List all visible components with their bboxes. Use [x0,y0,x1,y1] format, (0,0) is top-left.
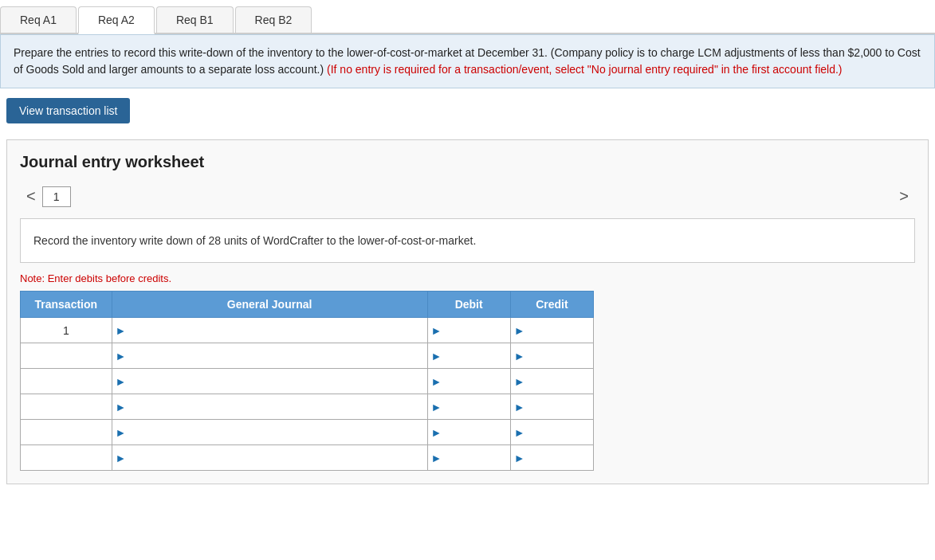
arrow-icon-c-4: ► [511,401,528,413]
instruction-box: Prepare the entries to record this write… [0,34,935,88]
arrow-icon-c-2: ► [511,350,528,362]
arrow-icon-c-5: ► [511,426,528,439]
general-journal-input-5[interactable] [129,421,426,444]
debit-input-5[interactable] [445,421,509,444]
arrow-icon-gj-5: ► [112,426,130,439]
arrow-icon-d-2: ► [428,350,446,362]
credit-input-4[interactable] [528,395,593,419]
debit-cell-5[interactable]: ► [427,420,510,445]
credit-input-5[interactable] [528,421,593,444]
worksheet-tab-nav: < 1 > [20,184,915,209]
table-row: ► ► ► [21,343,594,369]
tab-req-a1[interactable]: Req A1 [0,6,77,33]
general-journal-cell-5[interactable]: ► [112,420,427,445]
worksheet-current-page: 1 [42,186,71,207]
worksheet-container: Journal entry worksheet < 1 > Record the… [6,139,929,484]
transaction-cell-4 [21,394,112,420]
arrow-icon-d-5: ► [428,426,446,439]
transaction-cell-2 [21,343,112,369]
debit-input-2[interactable] [445,344,509,368]
debit-cell-2[interactable]: ► [427,343,510,369]
worksheet-nav-right[interactable]: > [893,184,915,209]
credit-cell-6[interactable]: ► [510,445,593,471]
debit-input-3[interactable] [445,370,509,394]
debit-cell-6[interactable]: ► [427,445,510,471]
journal-table: Transaction General Journal Debit Credit… [20,291,594,471]
arrow-icon-d-3: ► [428,375,446,388]
view-transaction-button[interactable]: View transaction list [6,98,130,123]
transaction-cell-1: 1 [21,318,112,343]
credit-cell-2[interactable]: ► [510,343,593,369]
col-header-general-journal: General Journal [112,292,427,318]
general-journal-cell-2[interactable]: ► [112,343,427,369]
worksheet-nav-left[interactable]: < [20,184,42,209]
arrow-icon-c-3: ► [511,375,528,388]
arrow-icon-gj-1: ► [112,324,130,337]
debit-cell-3[interactable]: ► [427,369,510,394]
transaction-cell-6 [21,445,112,471]
arrow-icon-d-1: ► [428,324,446,337]
general-journal-cell-6[interactable]: ► [112,445,427,471]
tab-bar: Req A1 Req A2 Req B1 Req B2 [0,0,935,34]
credit-cell-1[interactable]: ► [510,318,593,343]
credit-cell-3[interactable]: ► [510,369,593,394]
arrow-icon-gj-6: ► [112,452,130,464]
record-description: Record the inventory write down of 28 un… [20,218,915,263]
debit-input-6[interactable] [445,446,509,470]
general-journal-input-3[interactable] [129,370,426,394]
transaction-cell-5 [21,420,112,445]
table-row: 1 ► ► ► [21,318,594,343]
general-journal-input-4[interactable] [129,395,426,419]
debit-cell-4[interactable]: ► [427,394,510,420]
credit-input-3[interactable] [528,370,593,394]
table-row: ► ► ► [21,394,594,420]
credit-input-1[interactable] [528,319,593,343]
col-header-transaction: Transaction [21,292,112,318]
arrow-icon-c-1: ► [511,324,528,337]
col-header-credit: Credit [510,292,593,318]
general-journal-input-1[interactable] [129,319,426,343]
arrow-icon-d-4: ► [428,401,446,413]
credit-input-6[interactable] [528,446,593,470]
credit-cell-4[interactable]: ► [510,394,593,420]
credit-input-2[interactable] [528,344,593,368]
arrow-icon-d-6: ► [428,452,446,464]
table-row: ► ► ► [21,420,594,445]
tab-req-b2[interactable]: Req B2 [235,6,312,33]
table-row: ► ► ► [21,369,594,394]
credit-cell-5[interactable]: ► [510,420,593,445]
arrow-icon-gj-4: ► [112,401,130,413]
general-journal-cell-3[interactable]: ► [112,369,427,394]
general-journal-cell-4[interactable]: ► [112,394,427,420]
arrow-icon-gj-3: ► [112,375,130,388]
arrow-icon-c-6: ► [511,452,528,464]
instruction-red-text: (If no entry is required for a transacti… [324,63,842,76]
general-journal-input-2[interactable] [129,344,426,368]
transaction-cell-3 [21,369,112,394]
debit-input-4[interactable] [445,395,509,419]
table-row: ► ► ► [21,445,594,471]
general-journal-input-6[interactable] [129,446,426,470]
tab-req-b1[interactable]: Req B1 [156,6,234,33]
debit-cell-1[interactable]: ► [427,318,510,343]
debit-input-1[interactable] [445,319,509,343]
general-journal-cell-1[interactable]: ► [112,318,427,343]
note-text: Note: Enter debits before credits. [20,272,915,284]
worksheet-title: Journal entry worksheet [20,153,915,171]
tab-req-a2[interactable]: Req A2 [78,6,155,34]
col-header-debit: Debit [427,292,510,318]
arrow-icon-gj-2: ► [112,350,130,362]
